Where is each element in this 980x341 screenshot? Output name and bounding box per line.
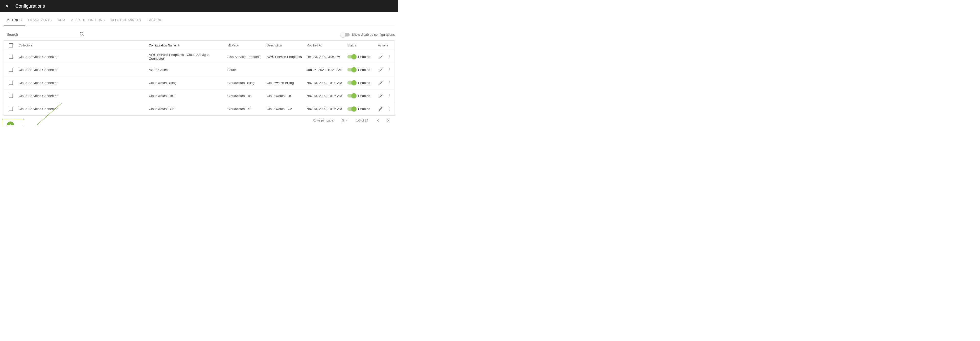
status-toggle[interactable] bbox=[347, 94, 356, 97]
cell-description: Cloudwatch Billing bbox=[266, 79, 305, 87]
next-page-button[interactable] bbox=[386, 118, 391, 123]
page-title: Configurations bbox=[15, 3, 45, 9]
cell-collector: Cloud-Services-Connector bbox=[18, 92, 148, 100]
search-input[interactable] bbox=[6, 31, 85, 38]
more-vert-icon bbox=[387, 107, 391, 111]
select-all-cell bbox=[4, 43, 18, 48]
chevron-right-icon bbox=[386, 118, 391, 123]
status-label: Enabled bbox=[358, 68, 370, 72]
pencil-icon bbox=[379, 81, 383, 85]
pagination-nav bbox=[375, 118, 391, 123]
pagination: Rows per page: 5 1-5 of 24 bbox=[3, 116, 395, 125]
more-actions-button[interactable] bbox=[387, 54, 392, 59]
show-disabled-label: Show disabled configurations bbox=[352, 33, 395, 37]
status-toggle[interactable] bbox=[347, 68, 356, 72]
more-actions-button[interactable] bbox=[387, 107, 392, 112]
rows-per-page-select[interactable]: 5 bbox=[341, 118, 349, 123]
cell-modified: Dec 23, 2020, 3:04 PM bbox=[305, 53, 346, 61]
close-icon bbox=[5, 4, 10, 8]
cell-status: Enabled bbox=[346, 79, 377, 87]
cell-actions bbox=[377, 65, 393, 74]
tab-alert-definitions[interactable]: ALERT DEFINITIONS bbox=[68, 15, 108, 26]
pencil-icon bbox=[379, 94, 383, 98]
sort-asc-icon bbox=[177, 44, 180, 47]
svg-point-19 bbox=[389, 110, 390, 110]
col-description[interactable]: Description bbox=[266, 44, 305, 47]
col-actions: Actions bbox=[377, 44, 393, 47]
svg-point-8 bbox=[389, 68, 390, 69]
more-actions-button[interactable] bbox=[387, 67, 392, 72]
tab-logs-events[interactable]: LOGS/EVENTS bbox=[25, 15, 55, 26]
prev-page-button[interactable] bbox=[375, 118, 380, 123]
edit-button[interactable] bbox=[378, 67, 383, 72]
row-checkbox[interactable] bbox=[9, 55, 13, 59]
pencil-icon bbox=[379, 55, 383, 59]
row-checkbox[interactable] bbox=[9, 94, 13, 98]
row-checkbox[interactable] bbox=[9, 81, 13, 85]
tab-apm[interactable]: APM bbox=[55, 15, 68, 26]
fab-highlight bbox=[2, 119, 24, 125]
cell-actions bbox=[377, 91, 393, 100]
cell-modified: Jan 25, 2021, 10:21 AM bbox=[305, 66, 346, 74]
col-mlpack[interactable]: MLPack bbox=[226, 44, 266, 47]
row-checkbox[interactable] bbox=[9, 68, 13, 72]
cell-modified: Nov 13, 2020, 10:06 AM bbox=[305, 92, 346, 100]
select-all-checkbox[interactable] bbox=[9, 43, 13, 48]
row-checkbox[interactable] bbox=[9, 107, 13, 111]
more-vert-icon bbox=[387, 81, 391, 85]
cell-description: CloudWatch EBS bbox=[266, 92, 305, 100]
cell-config-name: Azure Collect bbox=[148, 66, 226, 74]
tab-alert-channels[interactable]: ALERT CHANNELS bbox=[108, 15, 144, 26]
more-actions-button[interactable] bbox=[387, 93, 392, 98]
close-button[interactable] bbox=[4, 3, 10, 9]
table-row: Cloud-Services-ConnectorCloudWatch EC2Cl… bbox=[4, 102, 395, 115]
edit-button[interactable] bbox=[378, 80, 383, 85]
cell-status: Enabled bbox=[346, 66, 377, 74]
status-label: Enabled bbox=[358, 94, 370, 98]
tabs: METRICS LOGS/EVENTS APM ALERT DEFINITION… bbox=[3, 12, 395, 26]
col-status[interactable]: Status bbox=[346, 44, 377, 47]
svg-point-16 bbox=[389, 97, 390, 97]
cell-config-name: CloudWatch EC2 bbox=[148, 105, 226, 113]
edit-button[interactable] bbox=[378, 93, 383, 98]
tab-metrics[interactable]: METRICS bbox=[3, 15, 25, 26]
status-toggle[interactable] bbox=[347, 81, 356, 84]
more-vert-icon bbox=[387, 68, 391, 72]
svg-point-5 bbox=[389, 55, 390, 56]
configurations-table: Collectors Configuration Name MLPack Des… bbox=[3, 40, 395, 116]
status-label: Enabled bbox=[358, 107, 370, 111]
search-icon[interactable] bbox=[79, 31, 84, 37]
cell-modified: Nov 13, 2020, 10:05 AM bbox=[305, 105, 346, 113]
svg-point-13 bbox=[389, 83, 390, 84]
table-row: Cloud-Services-ConnectorCloudWatch EBSCl… bbox=[4, 89, 395, 102]
more-actions-button[interactable] bbox=[387, 80, 392, 85]
col-configuration-name[interactable]: Configuration Name bbox=[148, 44, 226, 47]
cell-collector: Cloud-Services-Connector bbox=[18, 79, 148, 87]
cell-status: Enabled bbox=[346, 92, 377, 100]
edit-button[interactable] bbox=[378, 107, 383, 112]
cell-mlpack: Cloudwatch Ebs bbox=[226, 92, 266, 100]
status-toggle[interactable] bbox=[347, 55, 356, 59]
show-disabled-toggle[interactable] bbox=[341, 33, 350, 37]
rows-per-page-label: Rows per page: bbox=[313, 119, 334, 122]
status-toggle[interactable] bbox=[347, 107, 356, 111]
col-configuration-name-label: Configuration Name bbox=[149, 44, 176, 47]
table-header-row: Collectors Configuration Name MLPack Des… bbox=[4, 41, 395, 50]
dropdown-icon bbox=[345, 119, 348, 122]
col-collectors[interactable]: Collectors bbox=[18, 44, 148, 47]
svg-point-9 bbox=[389, 69, 390, 70]
tab-tagging[interactable]: TAGGING bbox=[144, 15, 165, 26]
add-configuration-button[interactable] bbox=[7, 121, 14, 125]
svg-point-6 bbox=[389, 56, 390, 57]
svg-point-14 bbox=[389, 94, 390, 95]
cell-mlpack: Cloudwatch Billing bbox=[226, 79, 266, 87]
toolbar: Show disabled configurations bbox=[0, 26, 398, 40]
cell-actions bbox=[377, 78, 393, 87]
chevron-left-icon bbox=[375, 118, 380, 123]
search-wrap bbox=[6, 31, 85, 38]
col-modified-at[interactable]: Modified At bbox=[305, 44, 346, 47]
edit-button[interactable] bbox=[378, 54, 383, 59]
row-select-cell bbox=[4, 53, 18, 61]
cell-modified: Nov 13, 2020, 10:00 AM bbox=[305, 79, 346, 87]
cell-collector: Cloud-Services-Connector bbox=[18, 53, 148, 61]
